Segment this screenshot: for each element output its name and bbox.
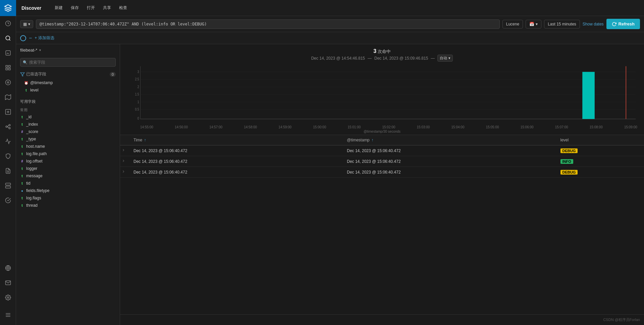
nav-item-discover[interactable] — [0, 31, 16, 46]
new-button[interactable]: 新建 — [52, 4, 65, 12]
add-filter-button[interactable]: + 添加筛选 — [35, 35, 54, 41]
level-badge-debug-2: DEBUG — [560, 170, 578, 175]
main-area: Discover 新建 保存 打开 共享 检查 ▦ ▾ @timestamp:"… — [16, 0, 644, 325]
search-input[interactable]: @timestamp:"2023-12-14T07:06:40.472Z" AN… — [36, 19, 500, 29]
results-table: Time ↑ @timestamp ↑ level — [120, 135, 644, 314]
chart-subtitle: @timestamp/30 seconds — [127, 129, 637, 135]
col-expand — [120, 135, 129, 145]
open-button[interactable]: 打开 — [84, 4, 98, 12]
field-id[interactable]: t _id — [16, 113, 120, 121]
field-hostname-type: t — [20, 145, 24, 148]
field-index-type: t — [20, 123, 24, 126]
save-button[interactable]: 保存 — [68, 4, 82, 12]
table-header-row: Time ↑ @timestamp ↑ level — [120, 135, 644, 145]
field-hostname[interactable]: t host.name — [16, 143, 120, 150]
page-title: Discover — [21, 5, 41, 11]
field-fieldsfiletype[interactable]: ● fields.filetype — [16, 187, 120, 194]
sidebar-search-input[interactable] — [20, 58, 116, 67]
col-level: level — [556, 135, 644, 145]
col-time-label: Time — [133, 138, 142, 142]
filter-bar: − + 添加筛选 — [16, 32, 644, 44]
date-dash: — — [431, 56, 435, 61]
nav-item-settings[interactable] — [0, 290, 16, 305]
nav-item-uptime[interactable] — [0, 193, 16, 208]
table-row[interactable]: Dec 14, 2023 @ 15:06:40.472 Dec 14, 2023… — [120, 145, 644, 156]
search-bar: ▦ ▾ @timestamp:"2023-12-14T07:06:40.472Z… — [16, 16, 644, 32]
selected-count-badge: 0 — [110, 72, 116, 77]
field-id-type: t — [20, 115, 24, 119]
row-time-3: Dec 14, 2023 @ 15:06:40.472 — [129, 167, 343, 178]
available-fields-label: 可用字段 — [16, 96, 120, 106]
table-row[interactable]: Dec 14, 2023 @ 15:06:40.472 Dec 14, 2023… — [120, 156, 644, 167]
filter-minus[interactable]: − — [29, 36, 32, 41]
nav-item-siem[interactable] — [0, 149, 16, 164]
field-logger[interactable]: t logger — [16, 165, 120, 172]
row-timestamp-3: Dec 14, 2023 @ 15:06:40.472 — [343, 167, 556, 178]
expand-icon — [121, 170, 125, 174]
svg-text:1.5: 1.5 — [135, 92, 139, 96]
nav-item-home[interactable] — [0, 16, 16, 31]
index-selector-text: ▦ — [23, 22, 27, 26]
sidebar-search-icon: 🔍 — [23, 60, 28, 65]
svg-point-14 — [9, 127, 10, 129]
nav-item-collapse[interactable] — [0, 308, 16, 322]
nav-item-graph[interactable] — [0, 119, 16, 134]
nav-item-globe[interactable] — [0, 261, 16, 275]
field-type[interactable]: t _type — [16, 135, 120, 143]
row-level-3: DEBUG — [556, 167, 644, 178]
field-logflags[interactable]: t log.flags — [16, 194, 120, 202]
app-logo[interactable] — [0, 0, 16, 16]
results-data-table: Time ↑ @timestamp ↑ level — [120, 135, 644, 178]
row-expand-3[interactable] — [120, 167, 129, 178]
field-thread-type: t — [20, 204, 24, 207]
field-message-name: message — [26, 174, 43, 178]
selected-field-level[interactable]: t level — [20, 86, 116, 94]
field-logoffset[interactable]: # log.offset — [16, 157, 120, 165]
field-index[interactable]: t _index — [16, 121, 120, 128]
row-level-2: INFO — [556, 156, 644, 167]
share-button[interactable]: 共享 — [100, 4, 114, 12]
index-selector[interactable]: ▦ ▾ — [20, 20, 33, 28]
field-message[interactable]: t message — [16, 172, 120, 180]
field-logflags-type: t — [20, 196, 24, 200]
nav-item-logs[interactable] — [0, 164, 16, 178]
field-logfilepath-type: t — [20, 152, 24, 156]
level-field-name: level — [30, 88, 39, 92]
svg-rect-19 — [5, 183, 10, 185]
filter-circle[interactable] — [20, 35, 26, 41]
refresh-icon — [612, 22, 616, 26]
inspect-button[interactable]: 检查 — [116, 4, 130, 12]
nav-item-infra[interactable] — [0, 178, 16, 193]
col-time[interactable]: Time ↑ — [129, 135, 343, 145]
lucene-button[interactable]: Lucene — [502, 20, 523, 28]
time-range-button[interactable]: Last 15 minutes — [544, 20, 580, 28]
nav-item-dashboard[interactable] — [0, 60, 16, 75]
top-bar: Discover 新建 保存 打开 共享 检查 — [16, 0, 644, 16]
auto-select[interactable]: 自动 ▾ — [437, 55, 453, 62]
row-expand-1[interactable] — [120, 145, 129, 156]
hit-count: 3 次命中 — [127, 48, 637, 55]
nav-item-canvas[interactable] — [0, 75, 16, 90]
show-dates-button[interactable]: Show dates — [583, 22, 604, 26]
field-tid[interactable]: t tid — [16, 180, 120, 187]
field-logflags-name: log.flags — [26, 196, 41, 200]
field-logoffset-name: log.offset — [26, 159, 42, 164]
index-name[interactable]: filebeat-* — [20, 48, 37, 53]
index-chevron: ▾ — [28, 22, 30, 26]
field-logfilepath[interactable]: t log.file.path — [16, 150, 120, 157]
field-score[interactable]: # _score — [16, 128, 120, 135]
nav-item-apm[interactable] — [0, 134, 16, 149]
selected-field-timestamp[interactable]: ⏰ @timestamp — [20, 79, 116, 86]
col-timestamp[interactable]: @timestamp ↑ — [343, 135, 556, 145]
row-expand-2[interactable] — [120, 156, 129, 167]
refresh-button[interactable]: Refresh — [606, 19, 640, 29]
svg-point-12 — [6, 126, 7, 128]
timestamp-type-icon: ⏰ — [24, 81, 28, 85]
nav-item-maps[interactable] — [0, 90, 16, 105]
field-thread[interactable]: t thread — [16, 202, 120, 209]
calendar-button[interactable]: 📅 ▾ — [526, 20, 541, 28]
table-row[interactable]: Dec 14, 2023 @ 15:06:40.472 Dec 14, 2023… — [120, 167, 644, 178]
nav-item-ml[interactable] — [0, 105, 16, 119]
nav-item-visualize[interactable] — [0, 46, 16, 60]
nav-item-mail[interactable] — [0, 275, 16, 290]
